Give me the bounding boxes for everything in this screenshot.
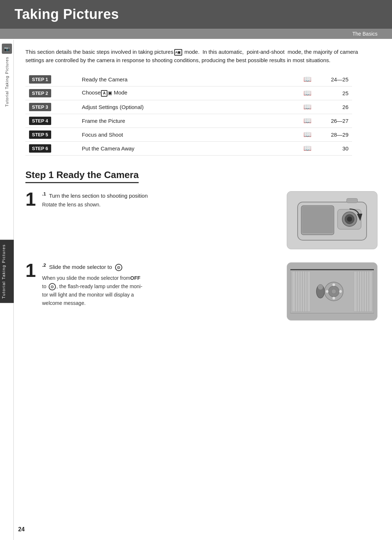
- step-pages: 24—25: [317, 73, 352, 86]
- step-badge-cell: STEP 1: [25, 73, 78, 86]
- svg-rect-2: [302, 206, 333, 233]
- step-1-2-title: Slide the mode selector to: [49, 264, 112, 270]
- step-pages: 26: [317, 100, 352, 114]
- page-footer: 24: [18, 526, 25, 533]
- step-pages: 25: [317, 86, 352, 100]
- intro-paragraph: This section details the basic steps inv…: [25, 48, 359, 65]
- table-row: STEP 1 Ready the Camera 📖 24—25: [25, 73, 352, 86]
- svg-point-18: [332, 283, 335, 286]
- step-description: ChooseA▣ Mode: [78, 86, 298, 100]
- step-pages: 30: [317, 141, 352, 155]
- step-big-number-2: 1: [25, 261, 39, 280]
- step-badge-cell: STEP 3: [25, 100, 78, 114]
- svg-rect-25: [354, 271, 372, 311]
- svg-point-21: [339, 290, 342, 293]
- step-1-2-content: .2 Slide the mode selector to ⊙ When you…: [42, 262, 377, 321]
- step-pages: 28—29: [317, 128, 352, 141]
- subheader-bar: The Basics: [0, 29, 392, 39]
- camera-image-2: [287, 262, 377, 321]
- svg-rect-7: [347, 198, 358, 203]
- sidebar: 📷 Tutorial Taking Pictures Tutorial Taki…: [0, 40, 14, 540]
- step-big-number: 1: [25, 190, 39, 209]
- step-badge: STEP 5: [29, 130, 51, 139]
- step-1-2-desc: When you slide the mode selector fromOFF…: [42, 274, 276, 307]
- step-description: Ready the Camera: [78, 73, 298, 86]
- svg-point-24: [318, 284, 323, 290]
- camera-image-1: [287, 191, 377, 249]
- step-description: Focus and Shoot: [78, 128, 298, 141]
- step-icon: 📖: [298, 73, 317, 86]
- step-badge: STEP 3: [29, 103, 51, 111]
- steps-table: STEP 1 Ready the Camera 📖 24—25 STEP 2 C…: [25, 73, 352, 156]
- step-badge: STEP 1: [29, 75, 51, 84]
- main-content: This section details the basic steps inv…: [18, 39, 392, 348]
- step-1-1-title: Turn the lens section to shooting positi…: [49, 193, 148, 199]
- section-label: The Basics: [352, 31, 377, 37]
- step-badge: STEP 6: [29, 144, 51, 153]
- svg-point-22: [331, 289, 336, 294]
- step-description: Adjust Settings (Optional): [78, 100, 298, 114]
- sidebar-tab: Tutorial Taking Pictures: [0, 240, 14, 303]
- step-badge-cell: STEP 6: [25, 141, 78, 155]
- step-description: Put the Camera Away: [78, 141, 298, 155]
- step-badge-cell: STEP 5: [25, 128, 78, 141]
- step-badge: STEP 4: [29, 117, 51, 125]
- step-1-2-row: 1 .2 Slide the mode selector to ⊙ When y…: [25, 262, 377, 321]
- table-row: STEP 6 Put the Camera Away 📖 30: [25, 141, 352, 155]
- step-icon: 📖: [298, 114, 317, 128]
- page-header: Taking Pictures: [0, 0, 392, 29]
- step-badge-cell: STEP 4: [25, 114, 78, 128]
- step-description: Frame the Picture: [78, 114, 298, 128]
- page-number: 24: [18, 526, 25, 532]
- step-badge-cell: STEP 2: [25, 86, 78, 100]
- sidebar-camera-icon: 📷: [2, 44, 12, 54]
- svg-point-20: [326, 290, 328, 293]
- step-icon: 📖: [298, 100, 317, 114]
- step-1-1-row: 1 .1 Turn the lens section to shooting p…: [25, 191, 377, 249]
- step-badge: STEP 2: [29, 89, 51, 97]
- svg-rect-9: [292, 271, 311, 311]
- svg-point-6: [347, 217, 352, 222]
- step-1-1-content: .1 Turn the lens section to shooting pos…: [42, 191, 377, 249]
- page-title: Taking Pictures: [15, 7, 377, 22]
- table-row: STEP 2 ChooseA▣ Mode 📖 25: [25, 86, 352, 100]
- table-row: STEP 3 Adjust Settings (Optional) 📖 26: [25, 100, 352, 114]
- step-icon: 📖: [298, 141, 317, 155]
- table-row: STEP 5 Focus and Shoot 📖 28—29: [25, 128, 352, 141]
- step-icon: 📖: [298, 86, 317, 100]
- step-pages: 26—27: [317, 114, 352, 128]
- section-heading: Step 1 Ready the Camera: [25, 169, 139, 183]
- step-1-1-desc: Rotate the lens as shown.: [42, 201, 276, 209]
- svg-point-19: [332, 297, 335, 299]
- mode-icon: A: [101, 90, 107, 97]
- table-row: STEP 4 Frame the Picture 📖 26—27: [25, 114, 352, 128]
- sidebar-vertical-text: Tutorial Taking Pictures: [5, 57, 9, 107]
- step-icon: 📖: [298, 128, 317, 141]
